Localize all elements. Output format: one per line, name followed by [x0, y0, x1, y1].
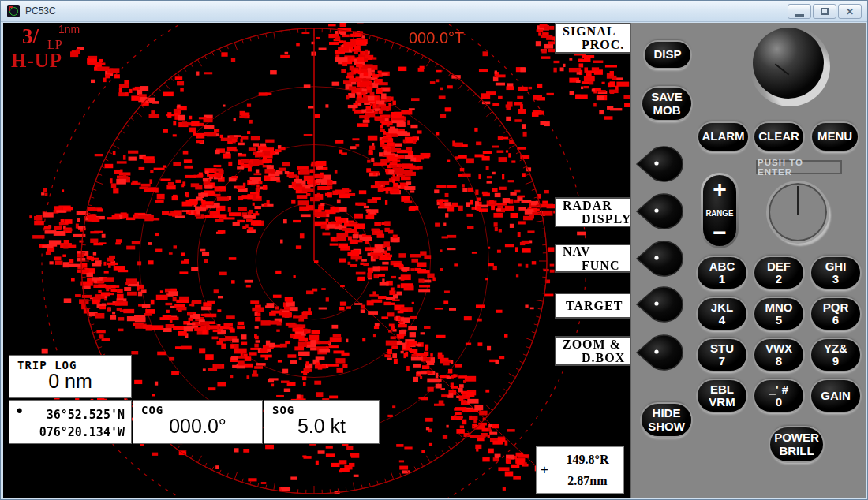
sog-box: SOG 5.0 kt [264, 400, 380, 444]
app-window: PC53C ✕ 1nm 3/ LP H-UP 000.0°T SIGNAL PR… [0, 0, 868, 500]
main-knob-base [750, 26, 830, 106]
radar-display: 1nm 3/ LP H-UP 000.0°T SIGNAL PROC. RADA… [3, 23, 630, 498]
control-panel: DISP SAVE MOB ALARM CLEAR MENU PUSH TO E… [630, 23, 866, 498]
range-rocker-button[interactable]: + RANGE − [701, 173, 739, 248]
position-box: ● 36°52.525'N 076°20.134'W [9, 400, 132, 444]
key-ghi-3[interactable]: GHI3 [811, 257, 860, 289]
maximize-button[interactable] [813, 4, 836, 19]
clear-button[interactable]: CLEAR [754, 123, 803, 151]
softkey-label-nav-func: NAV FUNC [555, 244, 631, 273]
key-stu-7[interactable]: STU7 [698, 339, 746, 371]
alarm-button[interactable]: ALARM [698, 123, 748, 151]
enter-dial-knob[interactable] [766, 181, 829, 244]
preset-readout: 3/ [22, 24, 39, 49]
softkey-knob-zoom-dbox[interactable] [635, 330, 695, 375]
close-icon: ✕ [846, 7, 854, 17]
minimize-icon [795, 14, 804, 17]
power-brill-button[interactable]: POWER BRILL [770, 427, 823, 461]
range-minus-icon[interactable]: − [713, 226, 727, 240]
range-label: RANGE [706, 208, 734, 218]
dial-pointer [797, 186, 799, 215]
cursor-range-value: 2.87nm [552, 470, 623, 491]
key-symbols-0[interactable]: _' #0 [754, 380, 803, 412]
main-rotary-knob[interactable] [753, 28, 824, 99]
range-scale-readout: 1nm [58, 23, 80, 35]
key-pqr-6[interactable]: PQR6 [811, 298, 860, 330]
cog-label: COG [133, 401, 262, 416]
key-def-2[interactable]: DEF2 [754, 257, 803, 289]
cursor-bearing-value: 149.8°R [552, 449, 623, 470]
softkey-knob-signal-proc[interactable] [635, 142, 695, 186]
softkey-knob-radar-disply[interactable] [635, 189, 695, 233]
cursor-cross-icon: + [537, 462, 552, 478]
position-marker-icon: ● [16, 403, 23, 416]
save-mob-button[interactable]: SAVE MOB [642, 88, 691, 120]
softkey-label-target: TARGET [555, 293, 631, 319]
key-vwx-8[interactable]: VWX8 [754, 339, 803, 371]
softkey-knob-target[interactable] [635, 282, 695, 326]
key-yz-9[interactable]: YZ&9 [811, 339, 860, 371]
key-abc-1[interactable]: ABC1 [698, 257, 746, 289]
trip-log-box: TRIP LOG 0 nm [9, 355, 132, 398]
heading-readout: 000.0°T [409, 29, 464, 47]
cog-value: 000.0° [133, 415, 262, 438]
longitude-value: 076°20.134'W [9, 424, 125, 442]
maximize-icon [821, 8, 829, 15]
menu-button[interactable]: MENU [812, 123, 858, 151]
range-plus-icon[interactable]: + [713, 178, 727, 200]
sog-value: 5.0 kt [264, 415, 379, 438]
trip-log-value: 0 nm [9, 370, 131, 393]
disp-button[interactable]: DISP [645, 42, 690, 68]
key-mno-5[interactable]: MNO5 [754, 298, 803, 330]
sog-label: SOG [264, 401, 379, 416]
key-jkl-4[interactable]: JKL4 [698, 298, 746, 330]
softkey-label-zoom-dbox: ZOOM & D.BOX [555, 336, 631, 366]
softkey-knob-nav-func[interactable] [635, 237, 695, 281]
close-button[interactable]: ✕ [838, 4, 862, 19]
hide-show-button[interactable]: HIDE SHOW [642, 404, 691, 436]
cog-box: COG 000.0° [133, 400, 263, 444]
app-icon [7, 5, 20, 17]
cursor-readout-box: + 149.8°R 2.87nm [536, 446, 624, 494]
window-title: PC53C [25, 6, 56, 17]
key-gain[interactable]: GAIN [811, 380, 860, 412]
softkey-label-radar-disply: RADAR DISPLY [555, 197, 631, 227]
softkey-label-signal-proc: SIGNAL PROC. [555, 23, 631, 54]
orientation-readout: H-UP [11, 50, 62, 72]
push-to-enter-label: PUSH TO ENTER [756, 160, 842, 174]
key-ebl-vrm[interactable]: EBLVRM [698, 380, 746, 412]
trip-log-label: TRIP LOG [9, 356, 131, 371]
title-bar[interactable]: PC53C ✕ [1, 1, 867, 22]
latitude-value: 36°52.525'N [9, 407, 125, 424]
minimize-button[interactable] [788, 4, 811, 19]
